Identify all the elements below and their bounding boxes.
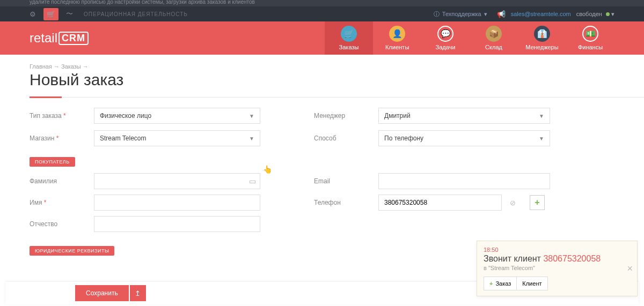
firstname-label: Имя * (30, 199, 94, 206)
firstname-input[interactable] (94, 195, 260, 211)
notice-text: удалите последнюю прописью до настройки … (30, 0, 255, 5)
call-number: 380675320058 (543, 254, 601, 263)
shop-label: Магазин * (30, 135, 94, 142)
chevron-down-icon: ▼ (249, 136, 254, 141)
status-dot-icon (606, 12, 610, 16)
breadcrumb-orders[interactable]: Заказы (61, 63, 81, 70)
chevron-down-icon: ▼ (539, 113, 544, 119)
cart-icon: 🛒 (341, 26, 357, 42)
breadcrumb: Главная → Заказы → (30, 63, 614, 70)
nav-tasks[interactable]: 💬 Задачи (421, 21, 470, 55)
manager-icon: 👔 (534, 26, 550, 42)
stats-icon[interactable]: 〜 (66, 9, 73, 19)
legal-section-tag: ЮРИДИЧЕСКИЕ РЕКВИЗИТЫ (30, 246, 114, 256)
order-type-label: Тип заказа * (30, 112, 94, 120)
call-title: Звонит клиент 380675320058 (484, 254, 631, 264)
box-icon: 📦 (486, 26, 502, 42)
breadcrumb-home[interactable]: Главная (30, 63, 52, 70)
system-notice-bar: удалите последнюю прописью до настройки … (0, 0, 644, 6)
nav-orders[interactable]: 🛒 Заказы (325, 21, 373, 55)
chevron-down-icon: ▾ (611, 11, 614, 17)
gear-icon[interactable]: ⚙ (30, 10, 36, 18)
check-circle-icon: ⊘ (502, 199, 523, 207)
money-icon: 💵 (582, 26, 598, 42)
announce-icon[interactable]: 📢 (497, 10, 506, 18)
nav-warehouse[interactable]: 📦 Склад (470, 21, 518, 55)
shop-select[interactable]: Stream Telecom▼ (94, 130, 260, 146)
popup-order-button[interactable]: +Заказ (484, 277, 517, 290)
close-icon[interactable]: × (627, 263, 633, 274)
nav-label: Финансы (578, 44, 603, 50)
save-options-button[interactable]: ↥ (130, 285, 146, 301)
chevron-down-icon: ▼ (249, 113, 254, 119)
popup-client-button[interactable]: Клиент (517, 277, 547, 290)
call-time: 18:50 (484, 247, 631, 253)
person-icon: 👤 (389, 26, 405, 42)
add-phone-button[interactable]: + (530, 195, 545, 210)
nav-label: Заказы (339, 44, 359, 50)
lastname-input[interactable] (94, 173, 260, 189)
phone-input[interactable] (378, 195, 502, 211)
email-label: Email (314, 177, 378, 185)
manager-select[interactable]: Дмитрий▼ (378, 108, 550, 124)
lastname-label: Фамилия (30, 177, 94, 185)
chat-icon: 💬 (437, 26, 453, 42)
call-subtitle: в "Stream Telecom" (484, 265, 631, 271)
nav-clients[interactable]: 👤 Клиенты (373, 21, 421, 55)
manager-label: Менеджер (314, 112, 378, 120)
email-input[interactable] (378, 173, 550, 189)
title-underline (30, 96, 62, 98)
middlename-input[interactable] (94, 216, 260, 232)
support-link[interactable]: ⓘ Техподдержка ▾ (434, 10, 487, 18)
user-email[interactable]: sales@streamtele.com (511, 11, 571, 17)
utility-bar: ⚙ 🛒 〜 ОПЕРАЦИОННАЯ ДЕЯТЕЛЬНОСТЬ ⓘ Техпод… (0, 6, 644, 21)
method-label: Способ (314, 135, 378, 142)
support-text: Техподдержка (442, 11, 481, 17)
logo-text-2: CRM (58, 32, 89, 45)
nav-label: Менеджеры (525, 44, 558, 50)
chevron-down-icon: ▼ (539, 136, 544, 141)
order-header-form: Тип заказа * Физическое лицо▼ Менеджер Д… (30, 108, 614, 146)
help-icon: ⓘ (434, 10, 440, 18)
logo-text-1: retail (30, 31, 57, 46)
user-status[interactable]: свободен ▾ (576, 11, 614, 18)
nav-label: Клиенты (385, 44, 409, 50)
plus-icon: + (489, 280, 493, 287)
main-header: retail CRM 🛒 Заказы 👤 Клиенты 💬 Задачи 📦… (0, 21, 644, 55)
middlename-label: Отчество (30, 220, 94, 228)
method-select[interactable]: По телефону▼ (378, 130, 550, 146)
incoming-call-popup: × 18:50 Звонит клиент 380675320058 в "St… (477, 241, 638, 296)
id-card-icon[interactable]: ▭ (249, 177, 256, 185)
logo[interactable]: retail CRM (30, 31, 89, 46)
primary-nav: 🛒 Заказы 👤 Клиенты 💬 Задачи 📦 Склад 👔 Ме… (325, 21, 614, 55)
order-type-select[interactable]: Физическое лицо▼ (94, 108, 260, 124)
phone-label: Телефон (314, 199, 378, 206)
buyer-form: Фамилия ▭ Email Имя * Телефон ⊘ + Отчест… (30, 173, 614, 232)
buyer-section-tag: ПОКУПАТЕЛЬ (30, 157, 75, 167)
activity-label: ОПЕРАЦИОННАЯ ДЕЯТЕЛЬНОСТЬ (84, 11, 188, 17)
chevron-down-icon: ▾ (484, 11, 487, 18)
cart-icon[interactable]: 🛒 (43, 8, 58, 20)
nav-managers[interactable]: 👔 Менеджеры (518, 21, 566, 55)
nav-finance[interactable]: 💵 Финансы (566, 21, 614, 55)
save-button[interactable]: Сохранить (75, 285, 129, 301)
nav-label: Задачи (436, 44, 456, 50)
page-title: Новый заказ (30, 71, 614, 89)
nav-label: Склад (485, 44, 502, 50)
